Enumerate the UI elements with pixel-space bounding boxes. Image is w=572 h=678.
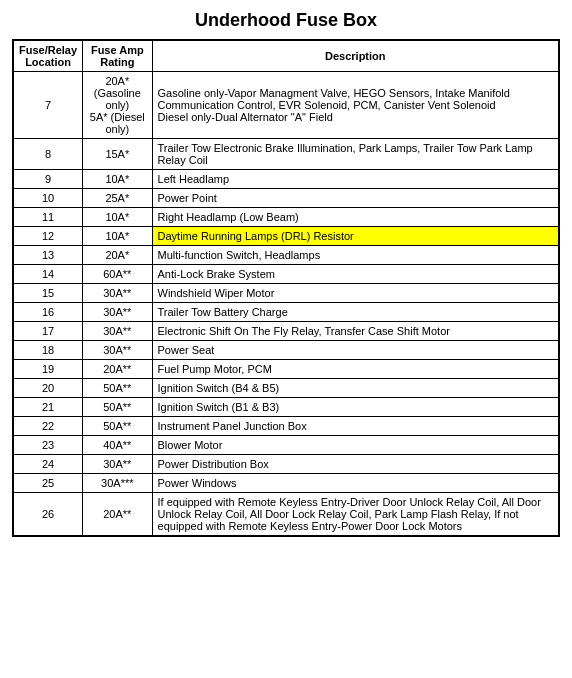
cell-location: 24: [13, 455, 83, 474]
cell-rating: 25A*: [83, 189, 152, 208]
cell-location: 23: [13, 436, 83, 455]
cell-description: Right Headlamp (Low Beam): [152, 208, 559, 227]
table-row: 1210A*Daytime Running Lamps (DRL) Resist…: [13, 227, 559, 246]
cell-rating: 50A**: [83, 417, 152, 436]
table-row: 2050A**Ignition Switch (B4 & B5): [13, 379, 559, 398]
table-row: 1630A**Trailer Tow Battery Charge: [13, 303, 559, 322]
cell-location: 16: [13, 303, 83, 322]
table-row: 2530A***Power Windows: [13, 474, 559, 493]
cell-description: Electronic Shift On The Fly Relay, Trans…: [152, 322, 559, 341]
cell-rating: 30A***: [83, 474, 152, 493]
table-row: 1320A*Multi-function Switch, Headlamps: [13, 246, 559, 265]
cell-location: 22: [13, 417, 83, 436]
cell-location: 12: [13, 227, 83, 246]
cell-description: Power Seat: [152, 341, 559, 360]
cell-description: Power Windows: [152, 474, 559, 493]
col-header-location: Fuse/RelayLocation: [13, 40, 83, 72]
table-row: 1110A*Right Headlamp (Low Beam): [13, 208, 559, 227]
page-title: Underhood Fuse Box: [12, 10, 560, 31]
cell-description: If equipped with Remote Keyless Entry-Dr…: [152, 493, 559, 537]
cell-rating: 10A*: [83, 170, 152, 189]
cell-location: 7: [13, 72, 83, 139]
table-row: 2250A**Instrument Panel Junction Box: [13, 417, 559, 436]
col-header-rating: Fuse AmpRating: [83, 40, 152, 72]
cell-rating: 50A**: [83, 379, 152, 398]
cell-rating: 10A*: [83, 208, 152, 227]
cell-rating: 60A**: [83, 265, 152, 284]
cell-location: 20: [13, 379, 83, 398]
table-row: 2430A**Power Distribution Box: [13, 455, 559, 474]
cell-description: Anti-Lock Brake System: [152, 265, 559, 284]
cell-rating: 15A*: [83, 139, 152, 170]
col-header-description: Description: [152, 40, 559, 72]
page: Underhood Fuse Box Fuse/RelayLocation Fu…: [0, 0, 572, 547]
cell-rating: 20A*(Gasoline only)5A* (Diesel only): [83, 72, 152, 139]
cell-rating: 20A*: [83, 246, 152, 265]
table-row: 1920A**Fuel Pump Motor, PCM: [13, 360, 559, 379]
cell-rating: 30A**: [83, 322, 152, 341]
cell-location: 25: [13, 474, 83, 493]
table-header-row: Fuse/RelayLocation Fuse AmpRating Descri…: [13, 40, 559, 72]
table-row: 2620A**If equipped with Remote Keyless E…: [13, 493, 559, 537]
table-row: 1460A**Anti-Lock Brake System: [13, 265, 559, 284]
cell-description: Windshield Wiper Motor: [152, 284, 559, 303]
cell-location: 11: [13, 208, 83, 227]
table-row: 910A*Left Headlamp: [13, 170, 559, 189]
cell-description: Blower Motor: [152, 436, 559, 455]
cell-rating: 30A**: [83, 341, 152, 360]
cell-rating: 30A**: [83, 303, 152, 322]
cell-rating: 30A**: [83, 284, 152, 303]
cell-location: 18: [13, 341, 83, 360]
cell-rating: 40A**: [83, 436, 152, 455]
cell-rating: 50A**: [83, 398, 152, 417]
cell-description: Trailer Tow Battery Charge: [152, 303, 559, 322]
cell-description: Instrument Panel Junction Box: [152, 417, 559, 436]
cell-description: Power Distribution Box: [152, 455, 559, 474]
cell-description: Trailer Tow Electronic Brake Illuminatio…: [152, 139, 559, 170]
table-row: 1025A*Power Point: [13, 189, 559, 208]
cell-description: Left Headlamp: [152, 170, 559, 189]
table-row: 1530A**Windshield Wiper Motor: [13, 284, 559, 303]
cell-description: Power Point: [152, 189, 559, 208]
table-row: 1830A**Power Seat: [13, 341, 559, 360]
cell-location: 26: [13, 493, 83, 537]
cell-rating: 10A*: [83, 227, 152, 246]
cell-rating: 20A**: [83, 360, 152, 379]
fuse-table: Fuse/RelayLocation Fuse AmpRating Descri…: [12, 39, 560, 537]
cell-description: Fuel Pump Motor, PCM: [152, 360, 559, 379]
table-row: 720A*(Gasoline only)5A* (Diesel only)Gas…: [13, 72, 559, 139]
cell-location: 10: [13, 189, 83, 208]
table-row: 815A*Trailer Tow Electronic Brake Illumi…: [13, 139, 559, 170]
cell-rating: 30A**: [83, 455, 152, 474]
cell-location: 13: [13, 246, 83, 265]
table-row: 1730A**Electronic Shift On The Fly Relay…: [13, 322, 559, 341]
cell-description: Ignition Switch (B1 & B3): [152, 398, 559, 417]
cell-location: 14: [13, 265, 83, 284]
cell-location: 9: [13, 170, 83, 189]
cell-location: 21: [13, 398, 83, 417]
cell-location: 19: [13, 360, 83, 379]
cell-location: 17: [13, 322, 83, 341]
cell-description: Multi-function Switch, Headlamps: [152, 246, 559, 265]
cell-location: 15: [13, 284, 83, 303]
cell-description: Gasoline only-Vapor Managment Valve, HEG…: [152, 72, 559, 139]
cell-description: Daytime Running Lamps (DRL) Resistor: [152, 227, 559, 246]
cell-location: 8: [13, 139, 83, 170]
cell-description: Ignition Switch (B4 & B5): [152, 379, 559, 398]
table-row: 2150A**Ignition Switch (B1 & B3): [13, 398, 559, 417]
cell-rating: 20A**: [83, 493, 152, 537]
table-row: 2340A**Blower Motor: [13, 436, 559, 455]
